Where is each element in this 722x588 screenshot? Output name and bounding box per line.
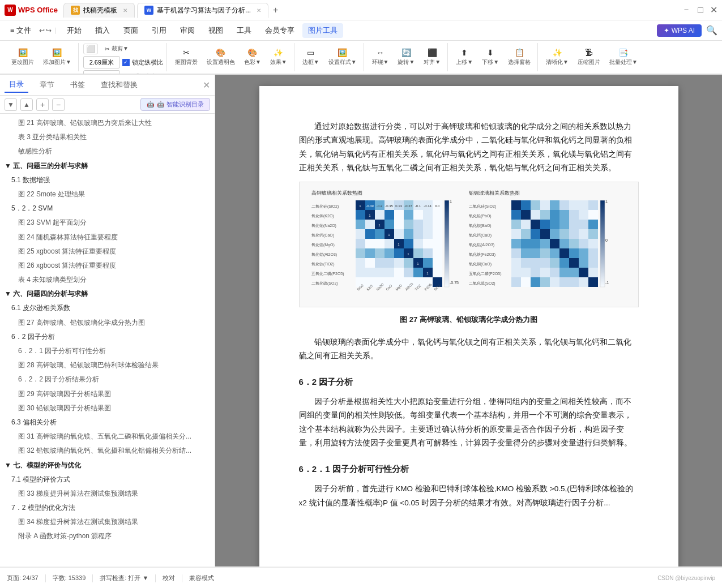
list-item[interactable]: 6.3 偏相关分析 <box>0 415 215 430</box>
svg-rect-123 <box>540 200 550 210</box>
rotate-btn[interactable]: 🔄 旋转▼ <box>394 46 418 68</box>
list-item[interactable]: 6．2．1 因子分析可行性分析 <box>0 344 215 358</box>
menu-layout[interactable]: 页面 <box>118 23 144 38</box>
style-btn[interactable]: 🖼️ 设置样式▼ <box>325 46 360 68</box>
title-bar: W WPS Office 找 找稿壳模板 ✕ W 基于机器学习算法与因子分析..… <box>0 0 722 20</box>
menu-bar: ≡ 文件 ↩ ↪ ｜ 开始 插入 页面 引用 审阅 视图 工具 会员专享 图片工… <box>0 20 722 41</box>
tab-doc[interactable]: W 基于机器学习算法与因子分析... ✕ <box>137 3 268 18</box>
up-btn[interactable]: ⬆ 上移▼ <box>452 46 476 68</box>
smart-toc-btn[interactable]: 🤖 🤖 智能识别目录 <box>140 98 210 111</box>
list-item[interactable]: 7.1 模型的评价方式 <box>0 473 215 487</box>
sidebar-tab-chapter[interactable]: 章节 <box>35 78 59 92</box>
svg-rect-35 <box>413 210 423 220</box>
compress-btn[interactable]: 🗜 压缩图片 <box>574 46 604 68</box>
list-item[interactable]: 表 4 未知玻璃类型划分 <box>0 273 215 287</box>
list-item[interactable]: 图 30 铅钡玻璃因子分析结果图 <box>0 401 215 415</box>
svg-rect-71 <box>385 248 394 258</box>
sidebar-close-btn[interactable]: ✕ <box>203 80 210 91</box>
menu-file[interactable]: ≡ 文件 <box>5 23 37 38</box>
list-item[interactable]: ▼ 六、问题四的分析与求解 <box>0 287 215 301</box>
list-item[interactable]: 6．2 因子分析 <box>0 330 215 344</box>
add-tab-btn[interactable]: + <box>273 5 278 15</box>
list-item[interactable]: 敏感性分析 <box>0 144 215 158</box>
list-item[interactable]: 7．2 模型的优化方法 <box>0 501 215 515</box>
transparent-btn[interactable]: 🎨 设置透明色 <box>203 46 238 68</box>
undo-btn[interactable]: ↩ <box>39 27 45 35</box>
color-btn[interactable]: 🎨 色彩▼ <box>241 46 264 68</box>
find-template-label: 找稿壳模板 <box>83 6 117 15</box>
menu-picture-tools[interactable]: 图片工具 <box>302 23 343 38</box>
toc-remove-btn[interactable]: − <box>52 98 65 111</box>
para1: 通过对原始数据进行分类，可以对于高钾玻璃和铅钡玻璃的化学成分之间的相关系数以热力… <box>299 120 639 175</box>
list-item[interactable]: 图 23 SVM 超平面划分 <box>0 216 215 230</box>
effects-btn[interactable]: ✨ 效果▼ <box>267 46 290 68</box>
doc-area[interactable]: 通过对原始数据进行分类，可以对于高钾玻璃和铅钡玻璃的化学成分之间的相关系数以热力… <box>215 75 722 566</box>
list-item[interactable]: ▼ 五、问题三的分析与求解 <box>0 159 215 173</box>
menu-tools[interactable]: 工具 <box>231 23 257 38</box>
sidebar-tab-findreplace[interactable]: 查找和替换 <box>96 78 142 92</box>
list-item[interactable]: 图 29 高钾玻璃因子分析结果图 <box>0 387 215 401</box>
list-item[interactable]: 图 21 高钾玻璃、铅钡玻璃巴力突后来让大性 <box>0 116 215 130</box>
menu-start[interactable]: 开始 <box>61 23 87 38</box>
list-item[interactable]: 表 3 亚分类结果相关性 <box>0 130 215 144</box>
tab-find-close[interactable]: ✕ <box>123 7 127 14</box>
list-item[interactable]: 图 24 随机森林算法特征重要程度 <box>0 230 215 244</box>
list-item[interactable]: ▼ 七、模型的评价与优化 <box>0 458 215 473</box>
menu-insert[interactable]: 插入 <box>89 23 116 38</box>
search-menu-icon[interactable]: 🔍 <box>706 25 717 36</box>
svg-rect-49 <box>365 229 375 239</box>
menu-review[interactable]: 审阅 <box>174 23 200 38</box>
crop-rect-btn[interactable]: ⬜ <box>83 44 98 54</box>
close-btn[interactable]: ✕ <box>710 5 717 15</box>
maximize-btn[interactable]: □ <box>698 5 703 15</box>
redo-btn[interactable]: ↪ <box>46 27 52 35</box>
sidebar-tab-bookmark[interactable]: 书签 <box>66 78 89 92</box>
align-btn[interactable]: ⬛ 对齐▼ <box>420 46 444 68</box>
list-item[interactable]: 5.1 数据增强 <box>0 173 215 187</box>
svg-rect-92 <box>394 268 404 277</box>
list-item[interactable]: 图 32 铅钡玻璃的氧化钙、氧化摄和氧化铝偏相关分析结... <box>0 444 215 458</box>
tab-find-template[interactable]: 找 找稿壳模板 ✕ <box>63 3 135 18</box>
svg-rect-150 <box>540 229 550 239</box>
toc-area: 图 21 高钾玻璃、铅钡玻璃巴力突后来让大性 表 3 亚分类结果相关性 敏感性分… <box>0 114 215 566</box>
list-item[interactable]: 图 26 xgboost 算法特征重要程度 <box>0 259 215 273</box>
add-img-label: 添加图片▼ <box>43 58 71 66</box>
crop-btn[interactable]: ✂ 裁剪▼ <box>101 43 132 54</box>
height-input[interactable] <box>83 70 120 75</box>
down-btn[interactable]: ⬇ 下移▼ <box>479 46 502 68</box>
tab-doc-close[interactable]: ✕ <box>257 7 261 14</box>
list-item[interactable]: 图 27 高钾玻璃、铅钡玻璃化学成分热力图 <box>0 316 215 330</box>
list-item[interactable]: 图 33 梯度提升树算法在测试集预测结果 <box>0 487 215 501</box>
menu-view[interactable]: 视图 <box>203 23 229 38</box>
border-btn[interactable]: ▭ 边框▼ <box>299 46 323 68</box>
wrap-btn[interactable]: ↔ 环绕▼ <box>369 46 392 68</box>
wps-ai-btn[interactable]: ✦ WPS AI <box>657 24 702 37</box>
lock-checkbox[interactable]: ✓ <box>122 59 130 66</box>
pick-bg-btn[interactable]: ✂ 抠图背景 <box>172 46 201 68</box>
list-item[interactable]: 图 25 xgboost 算法特征重要程度 <box>0 244 215 259</box>
list-item[interactable]: 图 28 高钾玻璃、铅钡玻璃巴特利球体检验结果 <box>0 358 215 372</box>
svg-rect-190 <box>579 268 588 277</box>
nav-down-btn[interactable]: ▼ <box>5 98 17 111</box>
clear-sharp-btn[interactable]: ✨ 清晰化▼ <box>542 46 572 68</box>
svg-rect-93 <box>404 268 413 277</box>
list-item[interactable]: 图 34 梯度提升树算法在测试集预测结果 <box>0 515 215 529</box>
list-item[interactable]: 6.1 皮尔逊相关系数 <box>0 301 215 315</box>
nav-up-btn[interactable]: ▲ <box>20 98 33 111</box>
add-img-btn[interactable]: 🖼️ 添加图片▼ <box>40 46 75 68</box>
sidebar-tab-toc[interactable]: 目录 <box>5 77 28 93</box>
toc-add-btn[interactable]: + <box>36 98 49 111</box>
list-item[interactable]: 5．2．2 SVM <box>0 201 215 216</box>
menu-ref[interactable]: 引用 <box>146 23 172 38</box>
list-item[interactable]: 6．2．2 因子分析结果分析 <box>0 372 215 387</box>
list-item[interactable]: 图 22 Smote 处理结果 <box>0 187 215 201</box>
width-input[interactable] <box>83 56 120 68</box>
menu-vip[interactable]: 会员专享 <box>259 23 300 38</box>
minimize-btn[interactable]: － <box>682 4 691 16</box>
list-item[interactable]: 附录 A 函数对策-python 源程序 <box>0 529 215 543</box>
select-pane-btn[interactable]: 📋 选择窗格 <box>505 46 534 68</box>
svg-rect-107 <box>445 200 449 287</box>
batch-process-btn[interactable]: 📑 批量处理▼ <box>606 46 641 68</box>
change-img-btn[interactable]: 🖼️ 更改图片 <box>8 46 37 68</box>
list-item[interactable]: 图 31 高钾玻璃的氧化镁、五氧化二磷和氧化摄偏相关分... <box>0 430 215 444</box>
